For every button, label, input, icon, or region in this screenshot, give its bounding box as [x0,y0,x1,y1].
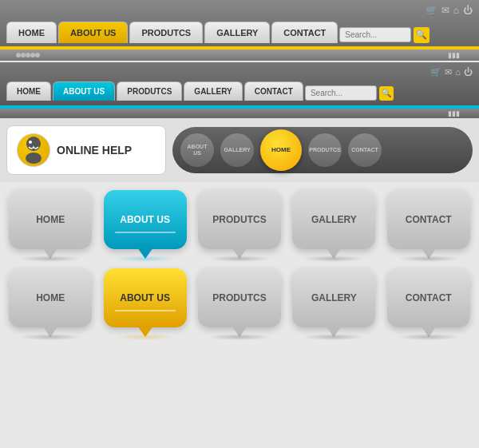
nav1-icons: 🛒 ✉ ⌂ ⏻ [426,5,473,16]
bubble-contact-2[interactable]: CONTACT [387,268,470,340]
home-icon: ⌂ [453,5,459,16]
bubble-row-1: HOME ABOUT US PRODUTCS GALLERY CONTACT [0,182,479,265]
svg-point-2 [26,153,42,164]
pill-home[interactable]: HOME [260,129,302,171]
nav2-icons: 🛒 ✉ ⌂ ⏻ [430,67,473,77]
nav2-strip: ▮▮▮ [0,109,479,118]
bubble-about-1[interactable]: ABOUT US [104,190,187,262]
search-input-1[interactable] [339,27,411,42]
cart-icon-2: 🛒 [430,67,441,77]
nav2-gallery[interactable]: GALLERY [184,81,242,101]
pill-products[interactable]: PRODUTCS [308,133,342,167]
help-avatar [17,133,50,167]
nav2-home[interactable]: HOME [6,81,51,101]
navbar-2: 🛒 ✉ ⌂ ⏻ HOME ABOUT US PRODUTCS GALLERY C… [0,62,479,109]
person-icon [21,136,46,165]
svg-point-1 [29,141,32,144]
pill-nav: ABOUTUS GALLERY HOME PRODUTCS CONTACT [172,127,473,173]
bubble-face-gallery-2[interactable]: GALLERY [292,268,375,327]
bubble-face-home-1[interactable]: HOME [9,190,92,249]
nav1-about[interactable]: ABOUT US [58,22,128,43]
online-help-box[interactable]: ONLINE HELP [6,125,166,175]
nav1-gallery[interactable]: GALLERY [204,22,270,43]
bubble-shadow [18,334,82,340]
bubble-home-2[interactable]: HOME [9,268,92,340]
bubble-home-1[interactable]: HOME [9,190,92,262]
online-help-label: ONLINE HELP [57,144,132,157]
power-icon-2: ⏻ [464,67,473,77]
bubble-shadow [302,256,366,262]
bubble-face-products-2[interactable]: PRODUTCS [198,268,281,327]
bubble-face-about-1[interactable]: ABOUT US [104,190,187,249]
search-button-1[interactable]: 🔍 [414,27,430,43]
search-input-2[interactable] [305,85,377,101]
mail-icon-2: ✉ [445,67,452,77]
bubble-face-about-2[interactable]: ABOUT US [104,268,187,327]
middle-section: ONLINE HELP ABOUTUS GALLERY HOME PRODUTC… [0,118,479,182]
nav1-strip: ▮▮▮ [0,50,479,61]
mail-icon: ✉ [441,5,449,16]
bubble-shadow [208,256,271,262]
bubble-gallery-2[interactable]: GALLERY [292,268,375,340]
bubble-row-2: HOME ABOUT US PRODUTCS GALLERY CONTACT [0,265,479,348]
home-icon-2: ⌂ [455,67,461,77]
bubble-face-products-1[interactable]: PRODUTCS [198,190,281,249]
nav2-search: 🔍 [305,85,394,101]
bubble-shadow-blue [113,256,177,262]
pill-about[interactable]: ABOUTUS [180,133,214,167]
bubble-face-gallery-1[interactable]: GALLERY [292,190,375,249]
bubble-underline [115,232,176,233]
bubble-face-home-2[interactable]: HOME [9,268,92,327]
nav1-contact[interactable]: CONTACT [271,22,338,43]
bubble-shadow [208,334,271,340]
nav2-contact[interactable]: CONTACT [244,81,303,101]
signal-bars: ▮▮▮ [448,51,460,59]
bubble-about-2[interactable]: ABOUT US [104,268,187,340]
bubble-shadow [397,334,461,340]
bubble-gallery-1[interactable]: GALLERY [292,190,375,262]
bubble-shadow-yellow [113,334,177,340]
nav2-products[interactable]: PRODUTCS [117,81,182,101]
bubble-shadow [302,334,366,340]
navbar-1: 🛒 ✉ ⌂ ⏻ HOME ABOUT US PRODUTCS GALLERY C… [0,0,479,50]
nav2-about[interactable]: ABOUT US [53,81,115,101]
strip-dot [35,53,40,57]
search-button-2[interactable]: 🔍 [379,86,394,101]
bubble-shadow [18,256,82,262]
bubble-face-contact-1[interactable]: CONTACT [387,190,470,249]
signal-bars-2: ▮▮▮ [448,109,460,117]
bubble-underline-yellow [115,310,176,311]
pill-gallery[interactable]: GALLERY [220,133,254,167]
nav1-home[interactable]: HOME [6,22,57,43]
svg-point-0 [26,137,41,151]
power-icon: ⏻ [463,5,473,16]
nav1-search: 🔍 [339,27,430,43]
bubble-products-2[interactable]: PRODUTCS [198,268,281,340]
cart-icon: 🛒 [426,5,437,16]
nav1-products[interactable]: PRODUTCS [129,22,203,43]
bubble-products-1[interactable]: PRODUTCS [198,190,281,262]
bubble-shadow [397,256,461,262]
pill-contact[interactable]: CONTACT [348,133,382,167]
bubble-contact-1[interactable]: CONTACT [387,190,470,262]
bubble-face-contact-2[interactable]: CONTACT [387,268,470,327]
